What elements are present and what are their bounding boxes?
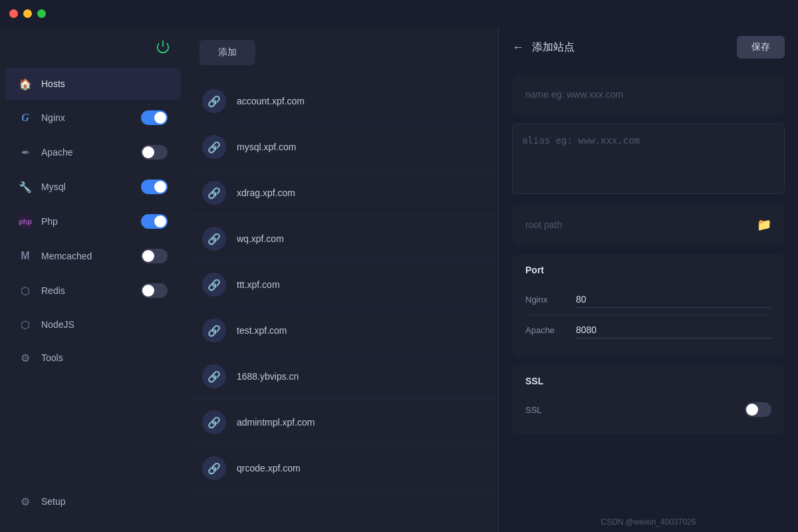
sidebar-item-tools[interactable]: ⚙ Tools xyxy=(5,342,181,374)
nginx-toggle-knob xyxy=(154,112,166,124)
sidebar-item-setup[interactable]: ⚙ Setup xyxy=(5,485,181,517)
nginx-toggle[interactable] xyxy=(141,110,168,125)
host-item[interactable]: 🔗 mysql.xpf.com xyxy=(186,124,498,170)
sidebar-label-redis: Redis xyxy=(41,285,132,296)
host-icon: 🔗 xyxy=(202,456,226,480)
root-path-section: 📁 xyxy=(512,205,785,245)
host-icon: 🔗 xyxy=(202,319,226,342)
host-name: qrcode.xpf.com xyxy=(237,463,301,473)
memcached-toggle[interactable] xyxy=(141,249,168,263)
host-name: wq.xpf.com xyxy=(237,233,284,244)
host-item[interactable]: 🔗 test.xpf.com xyxy=(186,308,498,354)
panel-title: 添加站点 xyxy=(532,41,575,55)
nginx-port-label: Nginx xyxy=(525,295,565,305)
nginx-port-input[interactable] xyxy=(576,291,771,308)
host-name: mysql.xpf.com xyxy=(237,142,296,152)
nginx-icon: G xyxy=(19,111,32,124)
ssl-label: SSL xyxy=(525,405,542,415)
memcached-icon: M xyxy=(19,249,32,263)
ssl-toggle-knob xyxy=(746,404,758,416)
tools-icon: ⚙ xyxy=(19,351,32,364)
main-layout: 🏠 Hosts G Nginx ✒ Apache 🔧 xyxy=(0,27,798,532)
host-icon: 🔗 xyxy=(202,227,226,251)
apache-port-row: Apache xyxy=(525,315,771,345)
host-icon: 🔗 xyxy=(202,273,226,297)
panel-header: ← 添加站点 保存 xyxy=(499,27,798,68)
sidebar-item-memcached[interactable]: M Memcached xyxy=(5,239,181,273)
mysql-icon: 🔧 xyxy=(19,180,32,194)
host-icon: 🔗 xyxy=(202,89,226,113)
sidebar-nav: 🏠 Hosts G Nginx ✒ Apache 🔧 xyxy=(0,66,186,484)
minimize-button[interactable] xyxy=(23,9,32,18)
php-toggle-knob xyxy=(154,215,166,227)
sidebar-label-nginx: Nginx xyxy=(41,112,132,123)
apache-toggle-knob xyxy=(142,146,154,158)
name-input[interactable] xyxy=(525,85,771,104)
add-button[interactable]: 添加 xyxy=(200,40,255,65)
sidebar-label-tools: Tools xyxy=(41,352,168,363)
sidebar-label-php: Php xyxy=(41,216,132,227)
redis-toggle[interactable] xyxy=(141,283,168,298)
host-icon: 🔗 xyxy=(202,135,226,159)
sidebar-label-nodejs: NodeJS xyxy=(41,319,168,330)
content-header: 添加 xyxy=(186,27,498,72)
host-icon: 🔗 xyxy=(202,364,226,388)
apache-icon: ✒ xyxy=(19,146,32,159)
host-item[interactable]: 🔗 account.xpf.com xyxy=(186,78,498,124)
traffic-lights xyxy=(9,9,46,18)
mysql-toggle[interactable] xyxy=(141,180,168,194)
apache-port-input[interactable] xyxy=(576,322,771,338)
power-icon xyxy=(156,39,170,54)
name-section xyxy=(512,74,785,114)
host-icon: 🔗 xyxy=(202,410,226,434)
host-item[interactable]: 🔗 wq.xpf.com xyxy=(186,216,498,262)
sidebar-power xyxy=(0,27,186,66)
sidebar-label-apache: Apache xyxy=(41,147,132,158)
watermark: CSDN @weixin_40037026 xyxy=(499,512,798,532)
port-section: Port Nginx Apache xyxy=(512,254,785,356)
apache-port-label: Apache xyxy=(525,325,565,335)
setup-icon: ⚙ xyxy=(19,495,32,508)
content-area: 添加 🔗 account.xpf.com 🔗 mysql.xpf.com 🔗 x… xyxy=(186,27,499,532)
redis-icon: ⬡ xyxy=(19,284,32,297)
php-toggle[interactable] xyxy=(141,214,168,229)
back-button[interactable]: ← xyxy=(512,41,524,55)
redis-toggle-knob xyxy=(142,285,154,297)
host-name: test.xpf.com xyxy=(237,325,287,336)
alias-input[interactable] xyxy=(522,131,775,184)
maximize-button[interactable] xyxy=(37,9,46,18)
host-name: ttt.xpf.com xyxy=(237,279,280,290)
host-item[interactable]: 🔗 1688.ybvips.cn xyxy=(186,354,498,400)
nodejs-icon: ⬡ xyxy=(19,318,32,331)
sidebar-item-redis[interactable]: ⬡ Redis xyxy=(5,274,181,307)
ssl-toggle[interactable] xyxy=(745,402,771,417)
panel-content: 📁 Port Nginx Apache SSL SSL xyxy=(499,68,798,512)
sidebar-label-setup: Setup xyxy=(41,496,168,507)
host-name: account.xpf.com xyxy=(237,96,305,106)
folder-icon[interactable]: 📁 xyxy=(757,217,771,232)
nginx-port-row: Nginx xyxy=(525,285,771,315)
host-name: 1688.ybvips.cn xyxy=(237,371,299,382)
host-item[interactable]: 🔗 qrcode.xpf.com xyxy=(186,446,498,491)
host-item[interactable]: 🔗 ttt.xpf.com xyxy=(186,262,498,308)
root-path-input[interactable] xyxy=(525,215,757,234)
save-button[interactable]: 保存 xyxy=(737,36,785,59)
sidebar-item-php[interactable]: php Php xyxy=(5,205,181,238)
sidebar-item-mysql[interactable]: 🔧 Mysql xyxy=(5,170,181,203)
host-name: admintmpl.xpf.com xyxy=(237,417,315,428)
close-button[interactable] xyxy=(9,9,18,18)
name-field xyxy=(525,85,771,104)
host-name: xdrag.xpf.com xyxy=(237,188,295,198)
apache-toggle[interactable] xyxy=(141,145,168,160)
sidebar-item-nginx[interactable]: G Nginx xyxy=(5,101,181,134)
host-item[interactable]: 🔗 admintmpl.xpf.com xyxy=(186,400,498,446)
sidebar-item-apache[interactable]: ✒ Apache xyxy=(5,136,181,169)
sidebar-item-hosts[interactable]: 🏠 Hosts xyxy=(5,68,181,100)
ssl-section: SSL SSL xyxy=(512,365,785,434)
sidebar-item-nodejs[interactable]: ⬡ NodeJS xyxy=(5,309,181,340)
sidebar: 🏠 Hosts G Nginx ✒ Apache 🔧 xyxy=(0,27,186,532)
host-icon: 🔗 xyxy=(202,181,226,205)
host-item[interactable]: 🔗 xdrag.xpf.com xyxy=(186,170,498,216)
hosts-icon: 🏠 xyxy=(19,77,32,90)
ssl-row: SSL xyxy=(525,396,771,424)
